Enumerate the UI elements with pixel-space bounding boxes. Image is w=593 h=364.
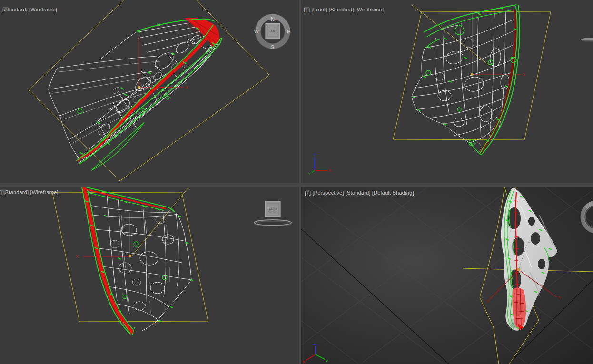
viewport-label-top[interactable]: [Standard] [Wireframe] — [2, 7, 57, 12]
viewport-label-text[interactable]: ] [Standard] [Wireframe] — [0, 189, 59, 195]
viewcube-back[interactable]: BACK — [254, 201, 291, 226]
svg-text:X: X — [186, 85, 188, 89]
viewport-label-back[interactable]: ] [Standard] [Wireframe] — [0, 189, 59, 195]
svg-text:X: X — [328, 168, 331, 173]
viewcube-face-label: BACK — [267, 207, 277, 211]
svg-text:Y: Y — [308, 172, 311, 176]
viewport-label-text[interactable]: [+] [Front] [Standard] [Wireframe] — [304, 7, 384, 12]
svg-text:Y: Y — [326, 359, 328, 363]
perspective-background — [301, 187, 593, 364]
filter-icon[interactable] — [2, 7, 9, 12]
compass-east: E — [287, 29, 290, 34]
svg-text:Y: Y — [558, 295, 561, 300]
svg-text:Z: Z — [528, 239, 531, 244]
svg-text:X: X — [523, 72, 525, 77]
mesh-wireframe[interactable] — [49, 21, 218, 163]
compass-north: N — [271, 16, 275, 22]
viewport-perspective[interactable]: Z X Y Z X Y [+ — [301, 187, 593, 364]
viewport-top-canvas: X — [0, 0, 299, 183]
filter-icon[interactable] — [304, 7, 310, 12]
viewcube-top[interactable]: N S E W TOP — [254, 14, 291, 50]
viewport-back[interactable]: X — [0, 187, 299, 364]
filter-icon[interactable] — [0, 189, 7, 195]
viewport-front[interactable]: X — [301, 0, 593, 183]
world-axis-tripod: Z X Y — [308, 153, 331, 176]
filter-icon[interactable] — [305, 190, 311, 196]
viewcube-edge-on[interactable] — [581, 38, 593, 42]
compass-west: W — [254, 29, 259, 34]
viewport-label-text[interactable]: [Standard] [Wireframe] — [2, 7, 57, 12]
viewport-label-front[interactable]: [+] [Front] [Standard] [Wireframe] — [304, 7, 384, 12]
viewport-label-text[interactable]: [+] [Perspective] [Standard] [Default Sh… — [305, 190, 414, 196]
svg-text:X: X — [486, 299, 489, 304]
viewcube-face-label: TOP — [269, 30, 277, 33]
svg-text:Z: Z — [314, 342, 316, 346]
viewport-perspective-canvas: Z X Y Z X Y — [301, 187, 593, 364]
viewport-back-canvas: X — [0, 187, 299, 364]
selected-red-spline[interactable] — [78, 18, 219, 161]
viewport-label-perspective[interactable]: [+] [Perspective] [Standard] [Default Sh… — [305, 190, 414, 196]
svg-text:X: X — [303, 360, 306, 364]
compass-south: S — [271, 44, 274, 50]
svg-text:Z: Z — [314, 153, 316, 157]
svg-text:X: X — [76, 254, 79, 259]
viewport-front-canvas: X — [301, 0, 593, 183]
viewport-layout: X — [0, 0, 593, 364]
viewport-top[interactable]: X — [0, 0, 299, 183]
